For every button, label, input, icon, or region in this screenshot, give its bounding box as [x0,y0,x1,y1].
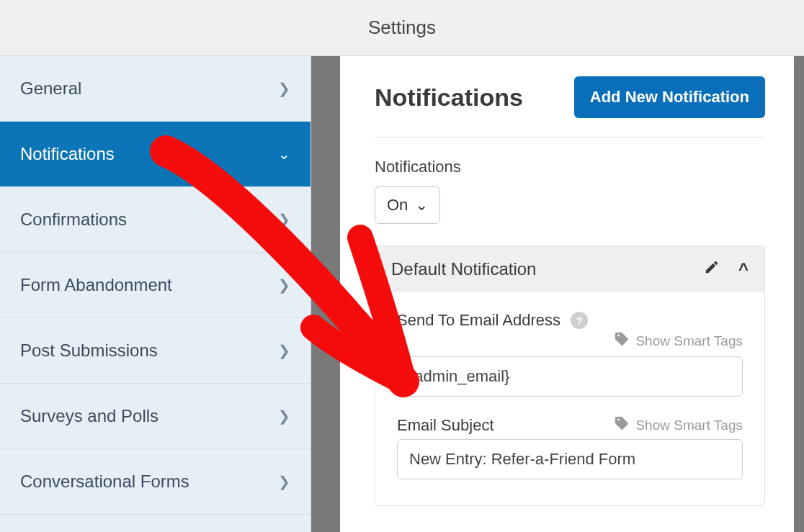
top-bar: Settings [0,0,804,56]
sidebar-item-label: Notifications [20,144,115,164]
chevron-down-icon: ⌄ [415,196,428,215]
gutter [311,56,340,532]
sidebar-item-surveys-and-polls[interactable]: Surveys and Polls ❯ [0,384,311,449]
sidebar-item-label: Surveys and Polls [20,406,158,426]
settings-sidebar: General ❯ Notifications ⌄ Confirmations … [0,56,311,532]
page-title: Settings [368,17,436,39]
content-wrap: Notifications Add New Notification Notif… [340,56,804,532]
sidebar-item-post-submissions[interactable]: Post Submissions ❯ [0,318,311,384]
sidebar-item-label: Post Submissions [20,341,158,361]
content-header: Notifications Add New Notification [375,76,765,137]
content-title: Notifications [375,84,523,112]
sidebar-item-notifications[interactable]: Notifications ⌄ [0,122,311,187]
chevron-down-icon: ⌄ [278,145,290,163]
email-subject-label: Email Subject [397,416,494,435]
smart-tags-label: Show Smart Tags [635,418,743,433]
sidebar-item-conversational-forms[interactable]: Conversational Forms ❯ [0,449,311,515]
add-new-notification-button[interactable]: Add New Notification [574,76,765,118]
page-root: Settings General ❯ Notifications ⌄ Confi… [0,0,804,532]
field-send-to: Send To Email Address ? Show Smart Tags [397,311,743,397]
pencil-icon[interactable] [704,259,720,279]
email-subject-input[interactable] [397,439,743,479]
chevron-right-icon: ❯ [278,473,290,490]
sidebar-item-label: General [20,78,81,99]
panel-header[interactable]: Default Notification ^ [375,246,764,292]
chevron-right-icon: ❯ [278,276,290,294]
field-email-subject: Email Subject Show Smart Tags [397,415,743,479]
toggle-value: On [387,196,408,215]
sidebar-item-label: Form Abandonment [20,275,172,295]
panel-header-actions: ^ [704,259,749,279]
notifications-toggle-select[interactable]: On ⌄ [375,186,440,224]
chevron-right-icon: ❯ [278,342,290,359]
sidebar-item-label: Confirmations [20,209,127,230]
smart-tags-label: Show Smart Tags [635,333,743,349]
panel-title: Default Notification [391,259,536,279]
chevron-up-icon[interactable]: ^ [738,259,749,279]
send-to-input[interactable] [397,356,743,397]
help-icon[interactable]: ? [571,312,588,329]
tag-icon [614,415,630,435]
default-notification-panel: Default Notification ^ Send To Email Add… [375,245,765,506]
notifications-toggle-label: Notifications [375,158,765,176]
send-to-label: Send To Email Address [397,311,560,330]
tag-icon [614,331,630,351]
sidebar-item-label: Conversational Forms [20,472,189,492]
content-panel: Notifications Add New Notification Notif… [340,56,794,532]
show-smart-tags-send-to[interactable]: Show Smart Tags [397,331,743,351]
body-row: General ❯ Notifications ⌄ Confirmations … [0,56,804,532]
show-smart-tags-subject[interactable]: Show Smart Tags [614,415,743,435]
chevron-right-icon: ❯ [278,211,290,228]
chevron-right-icon: ❯ [278,407,290,425]
sidebar-item-form-abandonment[interactable]: Form Abandonment ❯ [0,253,311,318]
panel-body: Send To Email Address ? Show Smart Tags [375,292,764,505]
chevron-right-icon: ❯ [278,80,290,97]
sidebar-item-general[interactable]: General ❯ [0,56,311,122]
sidebar-item-confirmations[interactable]: Confirmations ❯ [0,187,311,253]
